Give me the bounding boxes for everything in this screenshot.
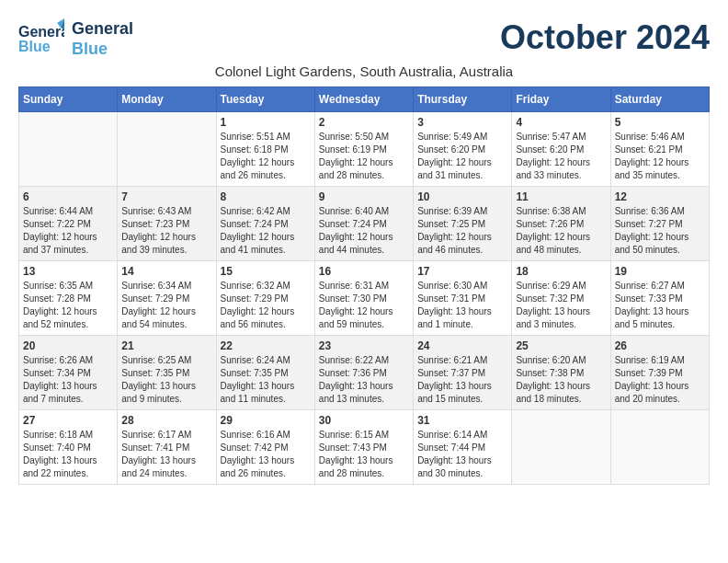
- calendar-cell: 28Sunrise: 6:17 AMSunset: 7:41 PMDayligh…: [118, 410, 216, 485]
- cell-content: Sunrise: 6:40 AMSunset: 7:24 PMDaylight:…: [319, 205, 409, 257]
- day-number: 26: [615, 339, 705, 352]
- calendar-cell: 3Sunrise: 5:49 AMSunset: 6:20 PMDaylight…: [414, 112, 512, 187]
- calendar-cell: 18Sunrise: 6:29 AMSunset: 7:32 PMDayligh…: [512, 261, 610, 336]
- day-number: 9: [319, 190, 409, 203]
- calendar-cell: 11Sunrise: 6:38 AMSunset: 7:26 PMDayligh…: [512, 187, 610, 261]
- cell-content: Sunrise: 6:29 AMSunset: 7:32 PMDaylight:…: [516, 280, 606, 331]
- cell-content: Sunrise: 6:31 AMSunset: 7:30 PMDaylight:…: [319, 280, 409, 331]
- calendar-cell: 9Sunrise: 6:40 AMSunset: 7:24 PMDaylight…: [314, 187, 413, 261]
- day-number: 31: [417, 414, 507, 427]
- cell-content: Sunrise: 6:30 AMSunset: 7:31 PMDaylight:…: [417, 280, 507, 331]
- calendar-cell: [610, 410, 709, 485]
- cell-content: Sunrise: 6:39 AMSunset: 7:25 PMDaylight:…: [417, 205, 507, 257]
- logo-icon: General Blue: [18, 18, 64, 60]
- col-header-saturday: Saturday: [610, 87, 709, 112]
- week-row-2: 6Sunrise: 6:44 AMSunset: 7:22 PMDaylight…: [19, 187, 710, 261]
- col-header-wednesday: Wednesday: [314, 87, 413, 112]
- day-number: 1: [221, 116, 311, 129]
- day-number: 30: [319, 414, 409, 427]
- page-header: General Blue General Blue October 2024: [18, 18, 710, 60]
- title-section: October 2024: [500, 18, 710, 57]
- calendar-cell: 15Sunrise: 6:32 AMSunset: 7:29 PMDayligh…: [216, 261, 314, 336]
- calendar-cell: 14Sunrise: 6:34 AMSunset: 7:29 PMDayligh…: [118, 261, 216, 336]
- calendar-cell: 2Sunrise: 5:50 AMSunset: 6:19 PMDaylight…: [314, 112, 413, 187]
- day-number: 13: [23, 265, 113, 278]
- calendar-cell: 27Sunrise: 6:18 AMSunset: 7:40 PMDayligh…: [19, 410, 118, 485]
- cell-content: Sunrise: 6:21 AMSunset: 7:37 PMDaylight:…: [417, 354, 507, 406]
- day-number: 18: [516, 265, 606, 278]
- calendar-table: SundayMondayTuesdayWednesdayThursdayFrid…: [18, 86, 710, 485]
- cell-content: Sunrise: 5:47 AMSunset: 6:20 PMDaylight:…: [516, 131, 606, 182]
- cell-content: Sunrise: 6:20 AMSunset: 7:38 PMDaylight:…: [516, 354, 606, 406]
- calendar-cell: 6Sunrise: 6:44 AMSunset: 7:22 PMDaylight…: [19, 187, 118, 261]
- day-number: 29: [221, 414, 311, 427]
- calendar-cell: 10Sunrise: 6:39 AMSunset: 7:25 PMDayligh…: [414, 187, 512, 261]
- calendar-cell: [19, 112, 118, 187]
- calendar-cell: 17Sunrise: 6:30 AMSunset: 7:31 PMDayligh…: [414, 261, 512, 336]
- header-row: SundayMondayTuesdayWednesdayThursdayFrid…: [19, 87, 710, 112]
- day-number: 2: [319, 116, 409, 129]
- calendar-cell: 5Sunrise: 5:46 AMSunset: 6:21 PMDaylight…: [610, 112, 709, 187]
- calendar-cell: [118, 112, 216, 187]
- cell-content: Sunrise: 6:18 AMSunset: 7:40 PMDaylight:…: [23, 429, 113, 480]
- cell-content: Sunrise: 6:32 AMSunset: 7:29 PMDaylight:…: [221, 280, 311, 331]
- day-number: 10: [417, 190, 507, 203]
- day-number: 6: [23, 190, 113, 203]
- cell-content: Sunrise: 5:50 AMSunset: 6:19 PMDaylight:…: [319, 131, 409, 182]
- week-row-1: 1Sunrise: 5:51 AMSunset: 6:18 PMDaylight…: [19, 112, 710, 187]
- cell-content: Sunrise: 6:38 AMSunset: 7:26 PMDaylight:…: [516, 205, 606, 257]
- cell-content: Sunrise: 5:51 AMSunset: 6:18 PMDaylight:…: [221, 131, 311, 182]
- day-number: 4: [516, 116, 606, 129]
- col-header-tuesday: Tuesday: [216, 87, 314, 112]
- cell-content: Sunrise: 6:42 AMSunset: 7:24 PMDaylight:…: [221, 205, 311, 257]
- day-number: 20: [23, 339, 113, 352]
- day-number: 7: [121, 190, 211, 203]
- calendar-cell: 29Sunrise: 6:16 AMSunset: 7:42 PMDayligh…: [216, 410, 314, 485]
- cell-content: Sunrise: 6:19 AMSunset: 7:39 PMDaylight:…: [615, 354, 705, 406]
- calendar-cell: 4Sunrise: 5:47 AMSunset: 6:20 PMDaylight…: [512, 112, 610, 187]
- day-number: 5: [615, 116, 705, 129]
- day-number: 15: [221, 265, 311, 278]
- day-number: 3: [417, 116, 507, 129]
- cell-content: Sunrise: 6:26 AMSunset: 7:34 PMDaylight:…: [23, 354, 113, 406]
- svg-text:General: General: [18, 24, 64, 40]
- calendar-cell: 25Sunrise: 6:20 AMSunset: 7:38 PMDayligh…: [512, 336, 610, 410]
- week-row-3: 13Sunrise: 6:35 AMSunset: 7:28 PMDayligh…: [19, 261, 710, 336]
- col-header-friday: Friday: [512, 87, 610, 112]
- day-number: 8: [221, 190, 311, 203]
- cell-content: Sunrise: 6:17 AMSunset: 7:41 PMDaylight:…: [121, 429, 211, 480]
- day-number: 11: [516, 190, 606, 203]
- cell-content: Sunrise: 6:14 AMSunset: 7:44 PMDaylight:…: [417, 429, 507, 480]
- calendar-cell: 8Sunrise: 6:42 AMSunset: 7:24 PMDaylight…: [216, 187, 314, 261]
- calendar-cell: 19Sunrise: 6:27 AMSunset: 7:33 PMDayligh…: [610, 261, 709, 336]
- day-number: 28: [121, 414, 211, 427]
- main-title: October 2024: [500, 18, 710, 57]
- cell-content: Sunrise: 6:25 AMSunset: 7:35 PMDaylight:…: [121, 354, 211, 406]
- week-row-5: 27Sunrise: 6:18 AMSunset: 7:40 PMDayligh…: [19, 410, 710, 485]
- calendar-cell: 26Sunrise: 6:19 AMSunset: 7:39 PMDayligh…: [610, 336, 709, 410]
- calendar-cell: 20Sunrise: 6:26 AMSunset: 7:34 PMDayligh…: [19, 336, 118, 410]
- cell-content: Sunrise: 6:24 AMSunset: 7:35 PMDaylight:…: [221, 354, 311, 406]
- day-number: 27: [23, 414, 113, 427]
- cell-content: Sunrise: 6:27 AMSunset: 7:33 PMDaylight:…: [615, 280, 705, 331]
- calendar-cell: 16Sunrise: 6:31 AMSunset: 7:30 PMDayligh…: [314, 261, 413, 336]
- day-number: 14: [121, 265, 211, 278]
- cell-content: Sunrise: 5:46 AMSunset: 6:21 PMDaylight:…: [615, 131, 705, 182]
- calendar-cell: [512, 410, 610, 485]
- col-header-sunday: Sunday: [19, 87, 118, 112]
- calendar-cell: 13Sunrise: 6:35 AMSunset: 7:28 PMDayligh…: [19, 261, 118, 336]
- calendar-cell: 21Sunrise: 6:25 AMSunset: 7:35 PMDayligh…: [118, 336, 216, 410]
- col-header-monday: Monday: [118, 87, 216, 112]
- calendar-cell: 30Sunrise: 6:15 AMSunset: 7:43 PMDayligh…: [314, 410, 413, 485]
- cell-content: Sunrise: 5:49 AMSunset: 6:20 PMDaylight:…: [417, 131, 507, 182]
- cell-content: Sunrise: 6:15 AMSunset: 7:43 PMDaylight:…: [319, 429, 409, 480]
- logo: General Blue General Blue: [18, 18, 133, 60]
- calendar-cell: 7Sunrise: 6:43 AMSunset: 7:23 PMDaylight…: [118, 187, 216, 261]
- calendar-cell: 22Sunrise: 6:24 AMSunset: 7:35 PMDayligh…: [216, 336, 314, 410]
- calendar-cell: 1Sunrise: 5:51 AMSunset: 6:18 PMDaylight…: [216, 112, 314, 187]
- day-number: 23: [319, 339, 409, 352]
- cell-content: Sunrise: 6:35 AMSunset: 7:28 PMDaylight:…: [23, 280, 113, 331]
- day-number: 25: [516, 339, 606, 352]
- day-number: 16: [319, 265, 409, 278]
- logo-line1: General: [72, 19, 133, 40]
